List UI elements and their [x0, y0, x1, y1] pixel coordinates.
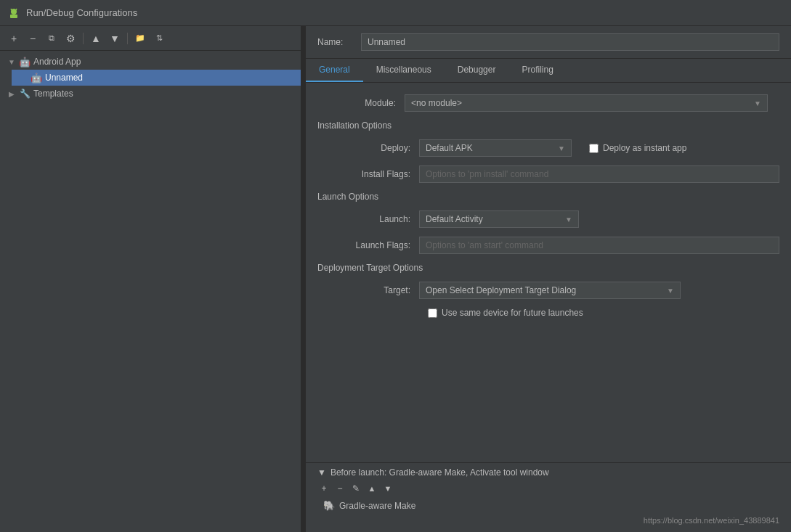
same-device-checkbox-row: Use same device for future launches [428, 308, 583, 318]
name-row: Name: [306, 26, 791, 59]
android-app-label: Android App [33, 57, 81, 67]
tab-debugger[interactable]: Debugger [445, 59, 509, 82]
target-control: Open Select Deployment Target Dialog ▼ [419, 282, 681, 299]
launch-row: Launch: Default Activity ▼ [317, 210, 779, 228]
folder-button[interactable]: 📁 [132, 30, 148, 46]
remove-button[interactable]: − [25, 30, 41, 46]
install-flags-control [419, 165, 779, 183]
install-flags-label: Install Flags: [332, 169, 419, 179]
svg-rect-1 [10, 15, 17, 18]
gradle-aware-make-item: 🐘 Gradle-aware Make [317, 498, 779, 513]
add-button[interactable]: + [6, 30, 22, 46]
launch-value: Default Activity [426, 214, 483, 224]
target-value: Open Select Deployment Target Dialog [426, 285, 576, 295]
before-launch-label: Before launch: Gradle-aware Make, Activa… [330, 467, 549, 478]
same-device-label: Use same device for future launches [442, 308, 583, 318]
tab-miscellaneous[interactable]: Miscellaneous [363, 59, 445, 82]
before-launch-add[interactable]: + [317, 482, 330, 495]
before-launch-down[interactable]: ▼ [381, 482, 394, 495]
module-dropdown-arrow: ▼ [754, 99, 761, 107]
module-label: Module: [317, 98, 405, 108]
move-up-button[interactable]: ▲ [88, 30, 104, 46]
templates-icon: 🔧 [19, 88, 31, 99]
deploy-instant-checkbox-row: Deploy as instant app [589, 143, 686, 153]
deploy-dropdown[interactable]: Default APK ▼ [419, 139, 572, 157]
launch-dropdown[interactable]: Default Activity ▼ [419, 210, 579, 228]
launch-control: Default Activity ▼ [419, 210, 579, 228]
target-dropdown[interactable]: Open Select Deployment Target Dialog ▼ [419, 282, 681, 299]
before-launch-header: ▼ Before launch: Gradle-aware Make, Acti… [317, 467, 779, 478]
target-row: Target: Open Select Deployment Target Di… [317, 282, 779, 299]
main-layout: + − ⧉ ⚙ ▲ ▼ 📁 ⇅ ▼ 🤖 Android App 🤖 [0, 26, 791, 532]
templates-label: Templates [33, 89, 73, 99]
module-value: <no module> [411, 98, 462, 108]
toolbar-separator-1 [83, 33, 84, 44]
svg-line-3 [16, 9, 17, 10]
toolbar-separator-2 [127, 33, 128, 44]
target-dropdown-arrow: ▼ [667, 287, 674, 295]
android-app-toggle: ▼ [6, 58, 17, 66]
title-bar: Run/Debug Configurations [0, 0, 791, 26]
launch-flags-control [419, 237, 779, 254]
deploy-label: Deploy: [332, 143, 419, 153]
launch-options-header: Launch Options [317, 192, 779, 202]
tabs-bar: General Miscellaneous Debugger Profiling [306, 59, 791, 83]
android-app-icon: 🤖 [19, 56, 31, 67]
module-dropdown[interactable]: <no module> ▼ [405, 94, 768, 112]
bottom-status: https://blog.csdn.net/weixin_43889841 [317, 513, 779, 528]
deployment-target-header: Deployment Target Options [317, 263, 779, 273]
window-title: Run/Debug Configurations [26, 7, 137, 18]
module-row: Module: <no module> ▼ [317, 94, 779, 112]
copy-button[interactable]: ⧉ [44, 30, 60, 46]
module-control: <no module> ▼ [405, 94, 768, 112]
settings-button[interactable]: ⚙ [62, 30, 78, 46]
tree-item-templates[interactable]: ▶ 🔧 Templates [0, 86, 301, 102]
name-label: Name: [317, 37, 354, 47]
same-device-row: Use same device for future launches [317, 308, 779, 318]
launch-label: Launch: [332, 214, 419, 224]
android-app-children: 🤖 Unnamed [0, 70, 301, 86]
bottom-bar: ▼ Before launch: Gradle-aware Make, Acti… [306, 462, 791, 532]
deploy-row: Deploy: Default APK ▼ Deploy as instant … [317, 139, 779, 157]
gradle-icon: 🐘 [323, 500, 335, 511]
tab-profiling[interactable]: Profiling [508, 59, 566, 82]
before-launch-remove[interactable]: − [333, 482, 346, 495]
tab-general[interactable]: General [306, 59, 363, 82]
templates-toggle: ▶ [6, 90, 17, 98]
name-input[interactable] [361, 33, 779, 51]
deploy-instant-checkbox[interactable] [589, 144, 599, 153]
content-area: Module: <no module> ▼ Installation Optio… [306, 83, 791, 462]
before-launch-toggle[interactable]: ▼ [317, 467, 326, 478]
launch-flags-row: Launch Flags: [317, 237, 779, 254]
unnamed-label: Unnamed [45, 73, 83, 83]
launch-flags-label: Launch Flags: [332, 240, 419, 250]
toolbar: + − ⧉ ⚙ ▲ ▼ 📁 ⇅ [0, 26, 301, 51]
tree-item-android-app[interactable]: ▼ 🤖 Android App [0, 54, 301, 70]
installation-options-header: Installation Options [317, 120, 779, 131]
deploy-instant-label: Deploy as instant app [603, 143, 686, 153]
install-flags-row: Install Flags: [317, 165, 779, 183]
deploy-dropdown-arrow: ▼ [558, 144, 565, 152]
app-icon [7, 7, 20, 20]
install-flags-input[interactable] [419, 165, 779, 183]
launch-dropdown-arrow: ▼ [565, 216, 572, 224]
move-down-button[interactable]: ▼ [107, 30, 123, 46]
deploy-control-row: Default APK ▼ Deploy as instant app [419, 139, 779, 157]
status-url: https://blog.csdn.net/weixin_43889841 [644, 516, 779, 525]
before-launch-edit[interactable]: ✎ [349, 482, 362, 495]
same-device-checkbox[interactable] [428, 308, 437, 318]
left-panel: + − ⧉ ⚙ ▲ ▼ 📁 ⇅ ▼ 🤖 Android App 🤖 [0, 26, 301, 532]
before-launch-up[interactable]: ▲ [365, 482, 378, 495]
unnamed-icon: 🤖 [31, 72, 42, 83]
launch-flags-input[interactable] [419, 237, 779, 254]
before-launch-toolbar: + − ✎ ▲ ▼ [317, 482, 779, 495]
configuration-tree: ▼ 🤖 Android App 🤖 Unnamed ▶ 🔧 Templates [0, 51, 301, 532]
sort-button[interactable]: ⇅ [151, 30, 167, 46]
target-label: Target: [332, 285, 419, 295]
gradle-item-label: Gradle-aware Make [339, 501, 415, 511]
svg-line-2 [11, 9, 12, 10]
deploy-value: Default APK [426, 143, 473, 153]
right-panel: Name: General Miscellaneous Debugger Pro… [306, 26, 791, 532]
tree-item-unnamed[interactable]: 🤖 Unnamed [12, 70, 301, 86]
